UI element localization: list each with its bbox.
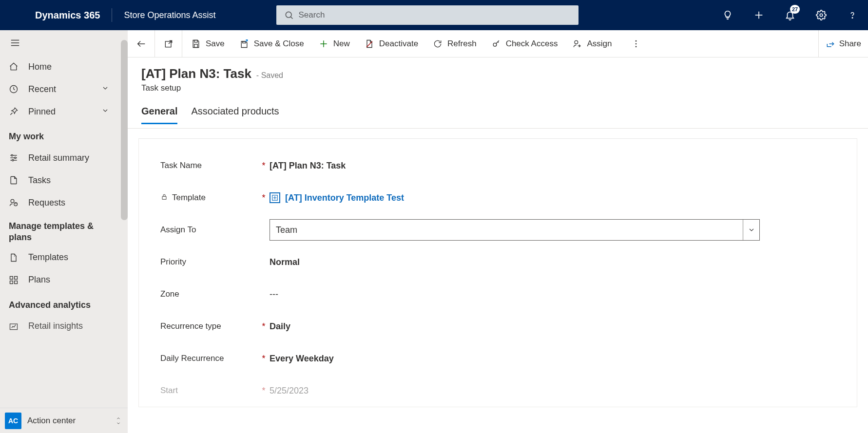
share-button[interactable]: Share — [818, 30, 868, 57]
save-button[interactable]: Save — [191, 39, 225, 49]
sidebar-item-templates[interactable]: Templates — [0, 246, 128, 269]
hamburger-button[interactable] — [0, 30, 128, 56]
sidebar: Home Recent Pinned My work Retail summar… — [0, 30, 128, 433]
sidebar-item-requests[interactable]: ? Requests — [0, 191, 128, 214]
sidebar-item-retail-insights[interactable]: Retail insights — [0, 315, 128, 338]
popout-icon — [164, 39, 174, 49]
app-name-label[interactable]: Store Operations Assist — [112, 0, 227, 30]
field-assign-to[interactable]: Assign To Team — [160, 214, 847, 246]
form-general: Task Name * [AT] Plan N3: Task Template … — [138, 138, 857, 407]
sidebar-item-label: Home — [28, 62, 52, 72]
chevron-down-icon — [101, 107, 109, 114]
sidebar-group-mywork: My work — [0, 123, 128, 147]
svg-point-15 — [15, 157, 16, 158]
field-value: 5/25/2023 — [270, 386, 847, 396]
svg-rect-22 — [10, 281, 13, 283]
app-switcher-label: Action center — [27, 416, 109, 426]
app-switcher[interactable]: AC Action center — [0, 408, 128, 433]
assign-icon — [572, 39, 582, 49]
back-button[interactable] — [128, 30, 155, 57]
search-icon — [284, 10, 294, 20]
field-label: Assign To — [160, 225, 196, 235]
template-icon — [9, 253, 19, 263]
save-icon — [191, 39, 201, 49]
notification-bell-icon[interactable]: 27 — [774, 0, 806, 30]
popout-button[interactable] — [155, 30, 182, 57]
sidebar-item-recent[interactable]: Recent — [0, 78, 128, 100]
arrow-left-icon — [136, 38, 147, 49]
more-vertical-icon — [631, 39, 641, 49]
svg-point-17 — [11, 199, 14, 203]
sidebar-item-tasks[interactable]: Tasks — [0, 169, 128, 191]
refresh-button[interactable]: Refresh — [433, 39, 477, 49]
save-and-close-button[interactable]: Save & Close — [239, 39, 304, 49]
svg-point-39 — [636, 46, 637, 47]
field-value: [AT] Plan N3: Task — [270, 161, 847, 171]
field-priority[interactable]: Priority Normal — [160, 246, 847, 278]
sidebar-item-label: Pinned — [28, 107, 56, 117]
field-start[interactable]: Start * 5/25/2023 — [160, 375, 847, 407]
required-marker: * — [258, 354, 270, 364]
sliders-icon — [9, 153, 19, 163]
lightbulb-icon[interactable] — [712, 0, 743, 30]
field-task-name[interactable]: Task Name * [AT] Plan N3: Task — [160, 150, 847, 182]
svg-line-34 — [366, 41, 372, 47]
sidebar-item-pinned[interactable]: Pinned — [0, 100, 128, 123]
field-daily-recurrence[interactable]: Daily Recurrence * Every Weekday — [160, 342, 847, 375]
saved-indicator: - Saved — [256, 71, 283, 80]
field-value: --- — [270, 289, 278, 300]
assign-button[interactable]: Assign — [572, 39, 612, 49]
file-icon — [9, 175, 19, 185]
sidebar-item-label: Requests — [28, 198, 65, 208]
required-marker: * — [258, 321, 270, 332]
chevron-down-icon — [743, 220, 759, 240]
field-label: Daily Recurrence — [160, 354, 224, 363]
tab-general[interactable]: General — [141, 106, 177, 124]
svg-point-35 — [493, 43, 497, 46]
cmd-label: Save — [206, 39, 225, 49]
template-link[interactable]: [AT] Inventory Template Test — [270, 192, 404, 203]
field-template[interactable]: Template * [AT] Inventory Template Test — [160, 182, 847, 214]
overflow-menu-button[interactable] — [626, 39, 646, 49]
svg-point-37 — [636, 40, 637, 41]
global-search[interactable]: Search — [276, 5, 579, 25]
field-value: Every Weekday — [270, 354, 847, 364]
svg-point-5 — [852, 18, 852, 18]
svg-rect-40 — [162, 196, 166, 199]
global-header: Dynamics 365 Store Operations Assist Sea… — [0, 0, 868, 30]
assign-to-select[interactable]: Team — [270, 219, 760, 241]
refresh-icon — [433, 39, 443, 49]
field-zone[interactable]: Zone --- — [160, 278, 847, 310]
tab-associated-products[interactable]: Associated products — [191, 106, 279, 124]
sidebar-item-home[interactable]: Home — [0, 56, 128, 78]
sidebar-item-retail-summary[interactable]: Retail summary — [0, 147, 128, 169]
field-value: Daily — [270, 321, 847, 332]
plus-icon[interactable] — [743, 0, 774, 30]
field-label: Start — [160, 386, 178, 395]
sidebar-item-plans[interactable]: Plans — [0, 269, 128, 291]
field-label: Template — [172, 193, 206, 203]
gear-icon[interactable] — [806, 0, 837, 30]
cmd-label: Deactivate — [379, 39, 418, 49]
share-icon — [826, 39, 835, 49]
check-access-button[interactable]: Check Access — [491, 39, 558, 49]
cmd-label: Assign — [587, 39, 612, 49]
sidebar-item-label: Retail summary — [28, 153, 89, 163]
svg-line-10 — [10, 113, 12, 115]
save-close-icon — [239, 39, 249, 49]
field-recurrence-type[interactable]: Recurrence type * Daily — [160, 310, 847, 342]
help-icon[interactable] — [837, 0, 868, 30]
app-switcher-badge: AC — [5, 413, 21, 429]
sidebar-group-manage: Manage templates & plans — [0, 214, 128, 246]
svg-point-14 — [11, 154, 13, 156]
brand[interactable]: Dynamics 365 — [0, 0, 112, 30]
page-title: [AT] Plan N3: Task — [141, 66, 251, 81]
new-button[interactable]: New — [319, 39, 350, 49]
deactivate-button[interactable]: Deactivate — [365, 39, 418, 49]
svg-line-1 — [290, 17, 292, 19]
required-marker: * — [258, 193, 270, 203]
svg-rect-23 — [15, 281, 18, 283]
sidebar-item-label: Templates — [28, 252, 68, 263]
svg-point-38 — [636, 43, 637, 44]
key-search-icon — [491, 39, 501, 49]
